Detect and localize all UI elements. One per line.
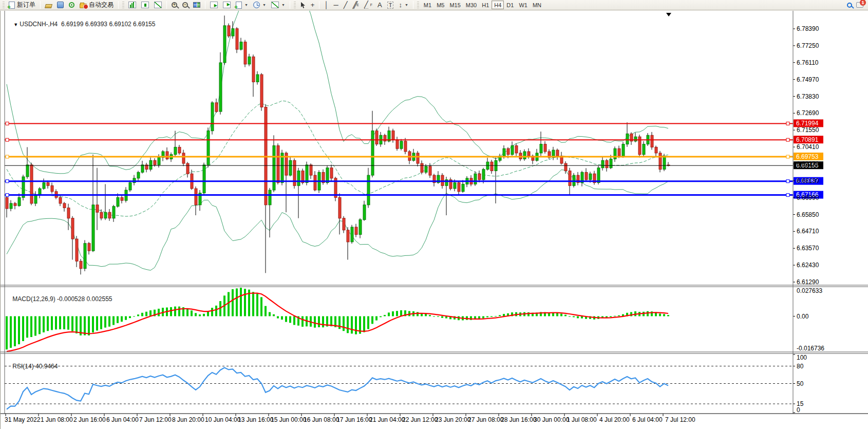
chart-window[interactable]: 6.71994 6.70891 6.69753 6.68097 6.67166 …	[0, 11, 868, 429]
toolbar-grip[interactable]	[122, 2, 124, 9]
chevron-down-icon: ▼	[262, 3, 266, 7]
chart-shift-icon: ▶	[223, 2, 231, 8]
bar-chart-icon	[128, 2, 136, 8]
macd-axis: 0.027633 0.00 -0.016736	[793, 287, 824, 352]
tile-windows-button[interactable]	[191, 1, 202, 10]
clock-icon	[253, 2, 260, 8]
autotrade-button[interactable]: 自动交易	[78, 1, 116, 10]
zoom-in-button[interactable]: +	[169, 1, 179, 10]
svg-text:21 Jun 04:00: 21 Jun 04:00	[369, 416, 405, 423]
text-label-icon: T	[387, 2, 394, 9]
autotrade-stop-icon	[80, 4, 87, 8]
time-axis: 31 May 2022 1 Jun 08:00 2 Jun 16:00 6 Ju…	[5, 414, 695, 423]
svg-text:27 Jun 08:00: 27 Jun 08:00	[468, 416, 504, 423]
svg-text:100: 100	[797, 354, 807, 361]
toolbar-grip[interactable]	[417, 2, 419, 9]
candlestick-chart-button[interactable]	[139, 1, 151, 10]
svg-text:16 Jun 08:00: 16 Jun 08:00	[304, 416, 339, 423]
cursor-tool-button[interactable]	[298, 1, 308, 10]
terminal-button[interactable]	[55, 1, 66, 10]
timeframe-w1[interactable]: W1	[516, 1, 530, 9]
svg-text:2 Jun 16:00: 2 Jun 16:00	[73, 416, 106, 423]
fibonacci-tool[interactable]: ╱F	[362, 1, 374, 10]
fibonacci-icon: ╱	[364, 1, 368, 9]
horizontal-line[interactable]: 6.68097	[5, 177, 823, 185]
svg-text:0.027633: 0.027633	[797, 287, 822, 294]
svg-text:0.00: 0.00	[797, 313, 809, 320]
svg-text:6 Jun 04:00: 6 Jun 04:00	[106, 416, 139, 423]
crosshair-tool-button[interactable]: +	[309, 1, 317, 10]
price-chart[interactable]: 6.71994 6.70891 6.69753 6.68097 6.67166 …	[1, 11, 868, 429]
trendline-tool[interactable]: ╱	[342, 1, 350, 10]
channel-tool[interactable]: ╱╱E	[351, 1, 361, 10]
market-depth-button[interactable]	[43, 1, 54, 10]
separator	[40, 1, 41, 9]
text-label-tool[interactable]: T	[385, 1, 396, 10]
rsi-line	[7, 368, 668, 409]
zoom-out-button[interactable]: −	[180, 1, 190, 10]
svg-text:0: 0	[797, 406, 800, 414]
horizontal-line[interactable]: 6.70891	[5, 136, 823, 143]
timeframe-d1[interactable]: D1	[504, 1, 516, 9]
svg-text:22 Jun 12:00: 22 Jun 12:00	[402, 416, 438, 423]
new-order-button[interactable]: 新订单	[7, 1, 37, 10]
svg-text:23 Jun 20:00: 23 Jun 20:00	[435, 416, 471, 423]
shift-marker-icon[interactable]	[666, 13, 671, 16]
timeframe-m30[interactable]: M30	[463, 1, 479, 9]
signal-icon	[69, 2, 74, 8]
separator	[290, 1, 290, 9]
chart-shift-button[interactable]: ▶	[221, 1, 233, 10]
new-order-label: 新订单	[17, 1, 35, 9]
separator	[413, 1, 413, 9]
new-chart-icon	[236, 2, 242, 9]
chat-icon[interactable]: 1	[856, 2, 863, 8]
arrows-icon: ↕	[399, 2, 402, 9]
macd-histogram	[6, 288, 669, 349]
new-chart-button[interactable]: ▼	[234, 1, 250, 10]
svg-text:6 Jul 04:00: 6 Jul 04:00	[632, 416, 663, 423]
profiles-button[interactable]: ▼	[251, 1, 268, 10]
notification-badge: 1	[860, 0, 866, 6]
text-tool-icon: A	[378, 2, 382, 9]
separator	[166, 1, 167, 9]
separator	[319, 1, 319, 9]
toolbar-grip[interactable]	[3, 2, 5, 9]
chevron-down-icon: ▼	[244, 3, 248, 7]
svg-text:6.63570: 6.63570	[797, 245, 819, 252]
toolbar-grip[interactable]	[294, 2, 296, 9]
horizontal-line-tool[interactable]: ─	[332, 1, 341, 10]
timeframe-h1[interactable]: H1	[479, 1, 492, 9]
chevron-down-icon: ▼	[281, 3, 285, 7]
search-icon[interactable]	[847, 3, 852, 8]
line-chart-button[interactable]	[152, 1, 164, 10]
chevron-down-icon: ▼	[405, 3, 408, 7]
top-toolbar: 新订单 自动交易 + − ▶ ▶ ▼ ▼ ▼ + │ ─ ╱ ╱╱E ╱F A …	[0, 0, 868, 10]
svg-text:6.73830: 6.73830	[797, 93, 819, 100]
timeframe-m1[interactable]: M1	[421, 1, 434, 9]
horizontal-line[interactable]: 6.71994	[5, 119, 823, 127]
bar-chart-button[interactable]	[126, 1, 138, 10]
vertical-line-tool[interactable]: │	[322, 1, 330, 10]
signals-button[interactable]	[67, 1, 77, 10]
candles	[6, 26, 670, 269]
svg-text:6.66990: 6.66990	[797, 194, 819, 201]
svg-text:6.61290: 6.61290	[797, 278, 819, 286]
timeframe-mn[interactable]: MN	[530, 1, 544, 9]
panel-borders	[1, 11, 868, 414]
svg-text:6.71994: 6.71994	[796, 120, 819, 127]
timeframe-h4[interactable]: H4	[492, 1, 504, 9]
auto-scroll-button[interactable]: ▶	[208, 1, 220, 10]
separator	[205, 1, 205, 9]
svg-text:7 Jun 12:00: 7 Jun 12:00	[139, 416, 172, 423]
auto-scroll-icon: ▶	[210, 2, 218, 8]
timeframe-m15[interactable]: M15	[447, 1, 463, 9]
channel-icon: ╱╱	[353, 2, 355, 9]
svg-text:-0.016736: -0.016736	[797, 345, 824, 352]
svg-text:6.78390: 6.78390	[797, 25, 819, 32]
rsi-levels	[5, 366, 793, 404]
indicators-button[interactable]: ▼	[269, 1, 287, 10]
arrows-tool[interactable]: ↕▼	[397, 1, 410, 10]
text-tool[interactable]: A	[375, 1, 384, 10]
vertical-line-icon: │	[324, 2, 328, 9]
timeframe-m5[interactable]: M5	[434, 1, 447, 9]
